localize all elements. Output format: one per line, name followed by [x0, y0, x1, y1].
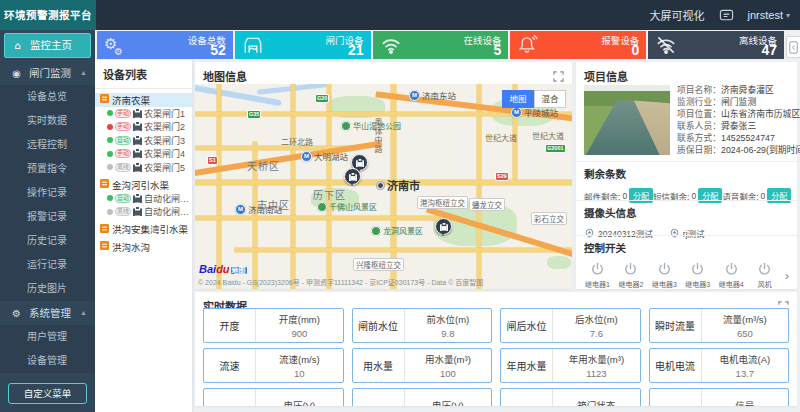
mode-badge: 离线	[115, 163, 131, 172]
sidebar-item[interactable]: ⌂◉⚙ 用户管理 ▲	[0, 325, 95, 349]
device-name: 农渠闸门3	[144, 134, 185, 147]
device-tree-row[interactable]: 手动 农渠闸门4	[95, 147, 192, 161]
switch-label: 继电器4	[719, 279, 744, 289]
realtime-card: 电机电流 电机电流(A) 13.7	[649, 348, 790, 383]
realtime-card: 开度 开度(mm) 900	[203, 308, 344, 343]
user-menu[interactable]: jnrstest ▾	[748, 9, 790, 21]
status-dot	[107, 195, 113, 201]
device-marker[interactable]	[435, 218, 452, 235]
sidebar-item[interactable]: ⌂◉⚙ 实时数据 ▲	[0, 109, 95, 133]
control-switch[interactable]: 继电器2	[617, 262, 644, 289]
device-tree-row[interactable]: 手动 农渠闸门2	[95, 120, 192, 134]
fullscreen-icon[interactable]	[553, 68, 564, 79]
map-label: M 大明湖站	[301, 150, 348, 162]
baidu-map[interactable]: G20G35S1S29G2001 M 济南东站 M 平陵城站 M 华山湿地公园 …	[195, 84, 572, 289]
panel-toggle-button[interactable]	[786, 36, 800, 58]
map-label: M 兴隆枢纽立交	[353, 258, 404, 271]
gears-icon: ⚙⚙	[104, 34, 126, 56]
realtime-card: 闸前水位 前水位(m) 9.8	[352, 308, 493, 343]
message-icon[interactable]	[719, 8, 734, 23]
map-label: M 华山湿地公园	[341, 120, 401, 131]
device-tree-row[interactable]: 金沟河引水渠	[95, 178, 192, 192]
sidebar-item[interactable]: ⌂◉⚙ 运行记录 ▲	[0, 253, 95, 277]
switch-label: 继电器3	[685, 279, 710, 289]
control-switch[interactable]: 继电器3	[651, 262, 678, 289]
control-switch[interactable]: 继电器1	[584, 262, 611, 289]
device-tree-row[interactable]: 济南农渠	[95, 93, 192, 107]
control-switch[interactable]: 风机	[751, 262, 778, 289]
metric-name	[650, 389, 702, 406]
field-value: 闸门监测	[721, 97, 756, 109]
sidebar-item[interactable]: ⌂◉⚙ 报警记录 ▲	[0, 205, 95, 229]
project-field-row: 项目名称： 济南舜泰灌区	[677, 85, 792, 97]
control-switch[interactable]: 继电器3	[684, 262, 711, 289]
stat-card[interactable]: ⚙⚙	[373, 31, 509, 59]
sidebar-item-label: 报警记录	[27, 211, 67, 222]
metric-value: 10	[256, 368, 342, 379]
realtime-data-panel: 实时数据 开度 开度(mm) 900 闸前水位 前水位(m) 9.8 闸后水位	[195, 292, 797, 406]
custom-menu-button[interactable]: 自定义菜单	[8, 383, 87, 404]
sidebar-item[interactable]: ⌂◉⚙ 远程控制 ▲	[0, 133, 95, 157]
map-label: M 彩石立交	[531, 212, 567, 225]
quota-value: 0	[622, 191, 627, 201]
device-marker[interactable]	[344, 168, 361, 185]
camera-icon	[584, 228, 595, 239]
sidebar-item[interactable]: ⌂◉⚙ 监控主页 ▲	[4, 33, 91, 58]
stat-card[interactable]: ⚙⚙	[97, 31, 233, 59]
field-value: 舜泰张三	[721, 121, 756, 133]
sidebar-item[interactable]: ⌂◉⚙ 设备管理 ▲	[0, 349, 95, 373]
chevron-up-icon: ▲	[80, 61, 87, 85]
metric-name	[204, 389, 256, 406]
divider	[576, 235, 797, 236]
field-label: 质保日期：	[677, 145, 721, 157]
sidebar-item[interactable]: ⌂◉⚙ 设备总览 ▲	[0, 85, 95, 109]
road-shield: G35	[247, 110, 261, 119]
stat-card[interactable]: ⚙⚙	[235, 31, 371, 59]
camera-item[interactable]: 20240312测试	[584, 227, 653, 239]
big-screen-visualization-link[interactable]: 大屏可视化	[650, 7, 705, 23]
more-switches-arrow[interactable]: ›	[785, 268, 789, 283]
wifi-icon	[380, 34, 402, 56]
status-dot	[107, 151, 113, 157]
camera-item[interactable]: rj测试	[669, 227, 705, 239]
stat-value: 5	[494, 42, 502, 58]
metric-name: 瞬时流量	[650, 309, 702, 342]
quota-section: 剩余条数 邮件剩余: 0 分配 短信剩余: 0 分配 语音剩余: 0 分配	[584, 166, 791, 203]
quota-value: 0	[761, 191, 766, 201]
device-tree-row[interactable]: 洪沟安集湾引水渠	[95, 223, 192, 237]
realtime-card: 信号	[649, 388, 790, 406]
metric-value: 100	[405, 368, 491, 379]
park-icon	[341, 121, 351, 131]
sidebar-item[interactable]: ⌂◉⚙ 历史记录 ▲	[0, 229, 95, 253]
sidebar-item[interactable]: ⌂◉⚙ 系统管理 ▲	[0, 301, 95, 325]
baidu-logo: Baidu地图	[199, 263, 247, 275]
power-icon	[623, 262, 638, 277]
control-switch[interactable]: 继电器4	[718, 262, 745, 289]
device-tree-row[interactable]: 自动 自动化闸门1..	[95, 192, 192, 206]
device-name: 洪沟安集湾引水渠	[112, 223, 188, 237]
quota-title: 剩余条数	[584, 166, 791, 181]
device-tree-row[interactable]: 自动 农渠闸门3	[95, 134, 192, 148]
map-road	[195, 216, 455, 220]
sidebar-item[interactable]: ⌂◉⚙ 预置指令 ▲	[0, 157, 95, 181]
map-type-button[interactable]: 地图	[502, 90, 534, 108]
device-tree-row[interactable]: 洪沟水沟	[95, 240, 192, 254]
sidebar-item[interactable]: ⌂◉⚙ 操作记录 ▲	[0, 181, 95, 205]
stat-card[interactable]: ⚙⚙	[510, 31, 646, 59]
device-tree-row[interactable]: 离线 农渠闸门5	[95, 161, 192, 175]
device-tree-row[interactable]: 手动 农渠闸门1	[95, 107, 192, 121]
field-label: 联系方式：	[677, 133, 721, 145]
gate-icon	[133, 136, 142, 145]
device-tree-row[interactable]: 离线 自动化闸门2..	[95, 205, 192, 219]
road-shield: S1	[207, 156, 218, 165]
power-icon	[757, 262, 772, 277]
map-type-button[interactable]: 混合	[534, 90, 566, 108]
park-icon	[317, 202, 327, 212]
stat-card[interactable]: ⚙⚙	[648, 31, 784, 59]
metric-name: 开度	[204, 309, 256, 342]
sidebar-item[interactable]: ⌂◉⚙ 历史图片 ▲	[0, 277, 95, 301]
sidebar-item[interactable]: ⌂◉⚙ 闸门监测 ▲	[0, 61, 95, 85]
metro-icon: M	[235, 204, 246, 215]
map-label: M 千佛山风景区	[317, 201, 377, 212]
device-name: 自动化闸门1..	[144, 192, 192, 205]
